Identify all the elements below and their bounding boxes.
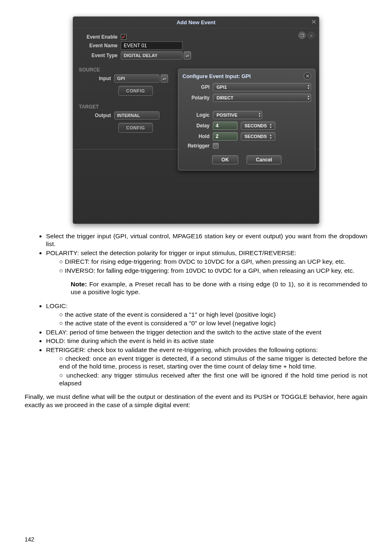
copy-icon[interactable]: ❐ xyxy=(298,32,306,39)
ok-button[interactable]: OK xyxy=(212,155,238,164)
bullet-select-trigger: Select the trigger input (GPI, virtual c… xyxy=(46,232,367,248)
document-body: Select the trigger input (GPI, virtual c… xyxy=(25,232,367,409)
cancel-button[interactable]: Cancel xyxy=(247,155,281,164)
add-new-event-dialog: Add New Event ✕ ❐ ● Event Enable ✔ Event… xyxy=(73,16,319,224)
polarity-label: Polarity xyxy=(182,95,213,101)
gpi-label: GPI xyxy=(182,84,213,90)
bullet-delay: DELAY: period of time between the trigge… xyxy=(46,328,367,336)
event-type-spinner-icon[interactable] xyxy=(184,51,191,60)
logic-label: Logic xyxy=(182,112,213,118)
retrigger-label: Retrigger xyxy=(182,143,213,149)
popover-close-icon[interactable]: ✕ xyxy=(304,72,311,80)
bullet-logic-negative: the active state of the event is conside… xyxy=(59,319,367,327)
event-name-input[interactable]: EVENT 01 xyxy=(121,41,182,50)
source-config-button[interactable]: CONFIG xyxy=(118,86,153,96)
bullet-logic: LOGIC: the active state of the event is … xyxy=(46,302,367,327)
target-output-label: Output xyxy=(73,113,114,118)
event-enable-checkbox[interactable]: ✔ xyxy=(121,34,127,40)
gpi-select[interactable]: GPI1▴▾ xyxy=(213,83,311,91)
source-input-select[interactable]: GPI xyxy=(114,74,159,83)
hold-label: Hold xyxy=(182,134,213,139)
bullet-logic-positive: the active state of the event is conside… xyxy=(59,311,367,318)
dialog-title-text: Add New Event xyxy=(177,19,216,25)
retrigger-checkbox[interactable] xyxy=(213,143,219,149)
configure-event-input-popover: Configure Event Input: GPI ✕ GPI GPI1▴▾ … xyxy=(178,69,316,170)
logic-select[interactable]: POSITIVE▴▾ xyxy=(213,111,262,119)
target-config-button[interactable]: CONFIG xyxy=(118,123,153,133)
bullet-direct: DIRECT: for rising edge-triggering: from… xyxy=(59,258,367,265)
dialog-close-icon[interactable]: ✕ xyxy=(311,18,316,25)
bullet-inverso: INVERSO: for falling edge-triggering: fr… xyxy=(59,267,367,274)
hold-unit-select[interactable]: SECONDS▴▾ xyxy=(241,132,275,140)
event-type-label: Event Type xyxy=(80,53,121,58)
final-paragraph: Finally, we must define what will be the… xyxy=(25,393,367,409)
event-enable-label: Event Enable xyxy=(80,34,121,40)
bullet-retrigger-unchecked: unchecked: any trigger stimulus received… xyxy=(59,371,367,387)
note-text: For example, a Preset recall has to be d… xyxy=(71,281,367,295)
delay-value-input[interactable]: 4 xyxy=(213,122,238,130)
bullet-retrigger: RETRIGGER: check box to validate the eve… xyxy=(46,346,367,387)
note-bold: Note: xyxy=(71,281,87,288)
bullet-polarity: POLARITY: select the detection polarity … xyxy=(46,249,367,274)
page-number: 142 xyxy=(25,536,34,543)
source-input-spinner-icon[interactable] xyxy=(161,74,168,83)
source-input-label: Input xyxy=(73,76,114,81)
bullet-hold: HOLD: time during which the event is hel… xyxy=(46,337,367,345)
hold-value-input[interactable]: 2 xyxy=(213,132,238,140)
note-block: Note: For example, a Preset recall has t… xyxy=(71,280,367,296)
history-icon[interactable]: ● xyxy=(307,32,315,39)
bullet-retrigger-checked: checked: once an event trigger is detect… xyxy=(59,355,367,371)
target-output-select[interactable]: INTERNAL xyxy=(114,111,159,120)
event-name-label: Event Name xyxy=(80,43,121,48)
delay-unit-select[interactable]: SECONDS▴▾ xyxy=(241,122,275,130)
delay-label: Delay xyxy=(182,123,213,129)
polarity-select[interactable]: DIRECT▴▾ xyxy=(213,94,311,102)
popover-title: Configure Event Input: GPI xyxy=(182,73,251,79)
dialog-title: Add New Event ✕ xyxy=(73,17,319,28)
event-type-select[interactable]: DIGITAL DELAY xyxy=(121,51,182,60)
